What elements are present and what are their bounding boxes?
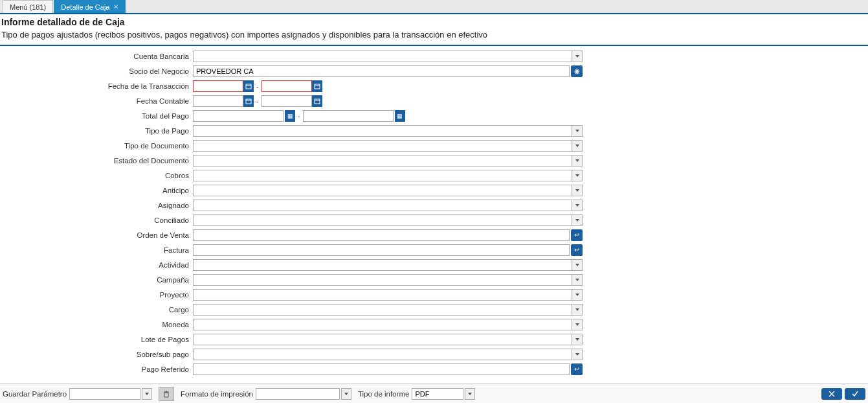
calculator-icon[interactable]: ▦	[395, 110, 405, 122]
chevron-down-icon[interactable]	[572, 185, 583, 196]
label-moneda: Moneda	[0, 321, 193, 328]
chevron-down-icon[interactable]	[572, 349, 583, 360]
label-cobros: Cobros	[0, 172, 193, 179]
label-cargo: Cargo	[0, 306, 193, 314]
calendar-icon[interactable]	[312, 80, 322, 92]
tab-bar: Menú (181) Detalle de Caja ✕	[0, 0, 868, 14]
label-proyecto: Proyecto	[0, 291, 193, 299]
label-tipo-documento: Tipo de Documento	[0, 142, 193, 150]
chevron-down-icon[interactable]	[572, 140, 583, 152]
chevron-down-icon[interactable]	[572, 289, 583, 301]
pago-referido-input[interactable]	[193, 363, 570, 375]
label-lote-pagos: Lote de Pagos	[0, 336, 193, 343]
label-campana: Campaña	[0, 276, 193, 284]
chevron-down-icon[interactable]	[572, 170, 583, 181]
total-pago-from-input[interactable]	[193, 110, 284, 122]
page-subtitle: Tipo de pagos ajustados (recibos positiv…	[0, 29, 868, 45]
x-icon	[828, 390, 836, 398]
formato-impresion-input[interactable]	[256, 388, 340, 400]
label-asignado: Asignado	[0, 202, 193, 209]
label-total-pago: Total del Pago	[0, 112, 193, 120]
cuenta-bancaria-input[interactable]	[193, 51, 572, 62]
label-fecha-transaccion: Fecha de la Transacción	[0, 82, 193, 90]
anticipo-input[interactable]	[193, 185, 572, 196]
chevron-down-icon[interactable]	[572, 304, 583, 316]
label-cuenta-bancaria: Cuenta Bancaria	[0, 52, 193, 60]
range-separator: -	[254, 82, 262, 90]
fecha-transaccion-to-input[interactable]	[262, 80, 312, 92]
chevron-down-icon[interactable]	[572, 200, 583, 211]
calculator-icon[interactable]: ▦	[285, 110, 295, 122]
socio-negocio-lookup-icon[interactable]: ◉	[571, 65, 583, 77]
guardar-parametro-input[interactable]	[69, 388, 140, 400]
label-sobre-sub-pago: Sobre/sub pago	[0, 351, 193, 358]
chevron-down-icon[interactable]	[572, 319, 583, 330]
label-actividad: Actividad	[0, 261, 193, 269]
label-orden-venta: Orden de Venta	[0, 231, 193, 239]
range-separator: -	[295, 112, 303, 120]
label-tipo-pago: Tipo de Pago	[0, 127, 193, 135]
tipo-pago-input[interactable]	[193, 125, 572, 137]
cargo-input[interactable]	[193, 304, 572, 316]
chevron-down-icon[interactable]	[572, 274, 583, 286]
svg-rect-4	[246, 99, 251, 104]
svg-rect-6	[315, 99, 320, 104]
conciliado-input[interactable]	[193, 214, 572, 226]
tab-detalle-caja[interactable]: Detalle de Caja ✕	[54, 0, 126, 13]
sobre-sub-pago-input[interactable]	[193, 349, 572, 360]
orden-venta-input[interactable]	[193, 229, 570, 241]
chevron-down-icon[interactable]	[572, 125, 583, 137]
tab-menu[interactable]: Menú (181)	[3, 0, 53, 13]
socio-negocio-input[interactable]	[193, 65, 570, 77]
factura-input[interactable]	[193, 244, 570, 256]
cobros-input[interactable]	[193, 170, 572, 181]
tipo-informe-input[interactable]	[412, 388, 463, 400]
actividad-input[interactable]	[193, 259, 572, 271]
moneda-input[interactable]	[193, 319, 572, 330]
calendar-icon[interactable]	[243, 95, 254, 107]
check-icon	[851, 390, 859, 398]
tipo-documento-input[interactable]	[193, 140, 572, 152]
calendar-icon[interactable]	[243, 80, 254, 92]
fecha-contable-from-input[interactable]	[193, 95, 243, 107]
total-pago-to-input[interactable]	[303, 110, 394, 122]
trash-icon[interactable]	[159, 387, 174, 401]
lookup-icon[interactable]: ↩	[571, 363, 583, 375]
chevron-down-icon[interactable]	[572, 214, 583, 226]
estado-documento-input[interactable]	[193, 155, 572, 167]
asignado-input[interactable]	[193, 200, 572, 211]
svg-rect-0	[246, 84, 251, 89]
ok-button[interactable]	[845, 388, 865, 400]
range-separator: -	[254, 97, 262, 105]
chevron-down-icon[interactable]	[572, 259, 583, 271]
chevron-down-icon[interactable]	[572, 334, 583, 345]
footer-bar: Guardar Parámetro Formato de impresión T…	[0, 384, 868, 403]
tab-menu-label: Menú (181)	[10, 3, 46, 11]
label-pago-referido: Pago Referido	[0, 365, 193, 373]
fecha-transaccion-from-input[interactable]	[193, 80, 243, 92]
chevron-down-icon[interactable]	[142, 388, 152, 400]
lookup-icon[interactable]: ↩	[571, 229, 583, 241]
label-factura: Factura	[0, 246, 193, 254]
label-conciliado: Conciliado	[0, 216, 193, 224]
cancel-button[interactable]	[821, 388, 842, 400]
lote-pagos-input[interactable]	[193, 334, 572, 345]
lookup-icon[interactable]: ↩	[571, 244, 583, 256]
label-guardar-parametro: Guardar Parámetro	[3, 390, 67, 398]
label-tipo-informe: Tipo de informe	[358, 390, 409, 398]
cuenta-bancaria-dropdown[interactable]	[572, 51, 583, 62]
chevron-down-icon[interactable]	[465, 388, 475, 400]
label-anticipo: Anticipo	[0, 187, 193, 194]
proyecto-input[interactable]	[193, 289, 572, 301]
fecha-contable-to-input[interactable]	[262, 95, 312, 107]
label-fecha-contable: Fecha Contable	[0, 97, 193, 105]
tab-detalle-label: Detalle de Caja	[61, 3, 109, 11]
chevron-down-icon[interactable]	[572, 155, 583, 167]
calendar-icon[interactable]	[312, 95, 322, 107]
close-icon[interactable]: ✕	[113, 3, 118, 10]
chevron-down-icon[interactable]	[341, 388, 351, 400]
label-formato-impresion: Formato de impresión	[181, 390, 253, 398]
form-area: Cuenta Bancaria Socio del Negocio ◉ Fech…	[0, 46, 868, 376]
campana-input[interactable]	[193, 274, 572, 286]
label-socio-negocio: Socio del Negocio	[0, 67, 193, 75]
